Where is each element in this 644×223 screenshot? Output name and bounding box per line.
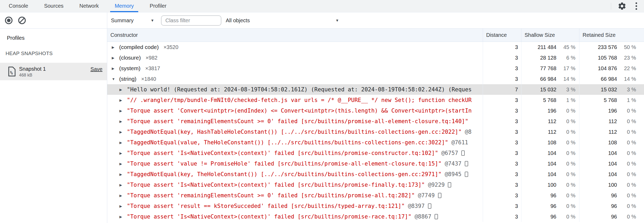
chevron-collapsed-icon[interactable]: ▶ <box>119 162 124 166</box>
retained-size-percent: 3 % <box>617 87 636 93</box>
table-row[interactable]: ▶"TaggedNotEqual(value, TheHoleConstant(… <box>107 137 644 148</box>
retained-size-value: 104 <box>608 171 617 177</box>
instance-count: ×3817 <box>145 65 160 72</box>
sidebar-main-divider <box>107 12 107 223</box>
save-snapshot-link[interactable]: Save <box>90 66 102 72</box>
chevron-collapsed-icon[interactable]: ▶ <box>119 130 124 134</box>
distance-cell: 3 <box>483 180 521 190</box>
chevron-collapsed-icon[interactable]: ▶ <box>119 215 124 219</box>
tab-memory[interactable]: Memory <box>107 0 142 12</box>
constructor-cell: ▶"Torque assert 'Is<NativeContext>(conte… <box>107 148 483 158</box>
chevron-collapsed-icon[interactable]: ▶ <box>119 172 124 176</box>
tab-sources[interactable]: Sources <box>36 0 71 12</box>
shallow-size-cell: 960 % <box>521 201 579 211</box>
retained-size-value: 104 876 <box>598 65 617 72</box>
chevron-collapsed-icon[interactable]: ▶ <box>119 204 124 208</box>
chevron-collapsed-icon[interactable]: ▶ <box>119 109 124 113</box>
object-id: @7437 <box>445 160 461 167</box>
table-row[interactable]: ▶"Torque assert 'Is<NativeContext>(conte… <box>107 211 644 222</box>
chevron-collapsed-icon[interactable]: ▶ <box>119 194 124 198</box>
table-row[interactable]: ▶"TaggedNotEqual(key, HashTableHoleConst… <box>107 127 644 137</box>
record-heap-snapshot-icon[interactable] <box>4 16 13 25</box>
heap-snapshot-file-icon: % <box>8 66 16 77</box>
missing-glyph-icon <box>438 193 441 198</box>
table-row[interactable]: ▶(compiled code)×35203211 48445 %233 576… <box>107 42 644 52</box>
chevron-collapsed-icon[interactable]: ▶ <box>119 119 124 123</box>
table-row[interactable]: ▶"Torque assert 'Is<NativeContext>(conte… <box>107 148 644 158</box>
column-header-retained-size[interactable]: Retained Size <box>579 29 644 42</box>
clear-profiles-icon[interactable] <box>17 16 26 25</box>
instance-count: ×3520 <box>163 44 178 50</box>
tab-profiler[interactable]: Profiler <box>142 0 174 12</box>
object-id: @7611 <box>451 139 468 146</box>
shallow-size-cell: 1040 % <box>521 148 579 158</box>
shallow-size-percent: 0 % <box>556 182 575 188</box>
settings-gear-icon[interactable] <box>618 2 627 11</box>
retained-size-value: 112 <box>609 129 617 135</box>
shallow-size-value: 5 768 <box>543 97 556 103</box>
grid-header-row: Constructor Distance Shallow Size Retain… <box>107 29 644 42</box>
constructor-label: "Torque assert 'Is<NativeContext>(contex… <box>127 182 425 188</box>
shallow-size-value: 96 <box>551 193 556 199</box>
distance-cell: 3 <box>483 74 521 84</box>
shallow-size-cell: 1120 % <box>521 116 579 127</box>
table-row[interactable]: ▶"Hello world! (Requested at: 2024-08-19… <box>107 84 644 95</box>
retained-size-value: 108 <box>608 140 617 146</box>
sidebar-item-snapshot-1[interactable]: % Snapshot 1 468 kB Save <box>0 63 107 80</box>
tab-console[interactable]: Console <box>1 0 36 12</box>
column-header-constructor[interactable]: Constructor <box>107 29 483 42</box>
chevron-collapsed-icon[interactable]: ▶ <box>112 66 116 70</box>
chevron-collapsed-icon[interactable]: ▶ <box>112 56 116 60</box>
constructor-label: (system) <box>119 65 141 72</box>
distance-value: 3 <box>515 76 518 82</box>
chevron-collapsed-icon[interactable]: ▶ <box>112 45 116 49</box>
chevron-collapsed-icon[interactable]: ▶ <box>119 183 124 187</box>
distance-value: 3 <box>515 97 518 103</box>
memory-toolbar: Summary ▼ All objects ▼ <box>107 12 644 28</box>
retained-size-cell: 1960 % <box>579 105 644 116</box>
constructor-label: "TaggedNotEqual(key, TheHoleConstant()) … <box>127 171 441 177</box>
retained-size-cell: 105 76823 % <box>579 52 644 63</box>
table-row[interactable]: ▶"// .wrangler/tmp/bundle-FmNIt0/checked… <box>107 95 644 105</box>
distance-value: 3 <box>515 65 518 72</box>
more-options-kebab-icon[interactable] <box>634 1 639 11</box>
column-header-shallow-size[interactable]: Shallow Size <box>521 29 579 42</box>
table-row[interactable]: ▶"Torque assert 'Convert<uintptr>(endInd… <box>107 105 644 116</box>
retained-size-cell: 1040 % <box>579 169 644 180</box>
shallow-size-value: 100 <box>548 182 556 188</box>
chevron-collapsed-icon[interactable]: ▶ <box>119 98 124 102</box>
retained-size-value: 104 <box>608 150 617 156</box>
retained-size-value: 96 <box>611 193 617 199</box>
constructor-cell: ▶"// .wrangler/tmp/bundle-FmNIt0/checked… <box>107 95 483 105</box>
retained-size-cell: 1040 % <box>579 148 644 158</box>
table-row[interactable]: ▶"Torque assert 'Is<NativeContext>(conte… <box>107 180 644 190</box>
chevron-down-icon: ▼ <box>151 18 154 23</box>
column-header-distance[interactable]: Distance <box>483 29 521 42</box>
class-filter-input[interactable] <box>161 15 221 26</box>
table-row[interactable]: ▼(string)×1840366 98414 %66 98414 % <box>107 74 644 84</box>
table-row[interactable]: ▶"Torque assert 'result == kStoreSuccede… <box>107 201 644 211</box>
heap-snapshot-grid: Constructor Distance Shallow Size Retain… <box>107 29 644 223</box>
perspective-select[interactable]: Summary ▼ <box>111 17 154 24</box>
shallow-size-percent: 6 % <box>556 55 575 61</box>
table-row[interactable]: ▶"TaggedNotEqual(key, TheHoleConstant())… <box>107 169 644 180</box>
retained-size-value: 15 032 <box>601 87 617 93</box>
chevron-collapsed-icon[interactable]: ▶ <box>119 88 124 92</box>
shallow-size-cell: 211 48445 % <box>521 42 579 52</box>
table-row[interactable]: ▶"Torque assert 'remainingElementsCount … <box>107 116 644 127</box>
chevron-collapsed-icon[interactable]: ▶ <box>119 141 124 145</box>
distance-value: 3 <box>515 161 518 167</box>
table-row[interactable]: ▶"Torque assert 'value != PromiseHole' f… <box>107 158 644 169</box>
retained-size-cell: 66 98414 % <box>579 74 644 84</box>
tab-network[interactable]: Network <box>71 0 107 12</box>
chevron-collapsed-icon[interactable]: ▶ <box>119 151 124 155</box>
table-row[interactable]: ▶"Torque assert 'remainingElementsCount … <box>107 190 644 201</box>
table-row[interactable]: ▶(closure)×982328 1286 %105 76823 % <box>107 52 644 63</box>
object-scope-select[interactable]: All objects ▼ <box>226 17 339 24</box>
object-id: @8 <box>465 129 471 135</box>
retained-size-value: 104 <box>608 161 617 167</box>
constructor-cell: ▶(closure)×982 <box>107 52 483 63</box>
shallow-size-value: 104 <box>548 171 556 177</box>
chevron-expanded-icon[interactable]: ▼ <box>112 77 116 81</box>
table-row[interactable]: ▶(system)×3817377 76817 %104 87622 % <box>107 63 644 74</box>
